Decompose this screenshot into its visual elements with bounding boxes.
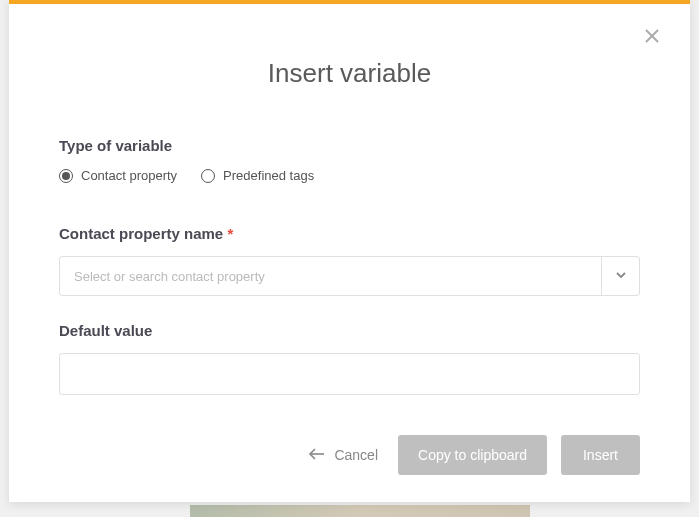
modal-content: Type of variable Contact property Predef… bbox=[9, 137, 690, 395]
insert-variable-modal: Insert variable Type of variable Contact… bbox=[9, 0, 690, 502]
copy-to-clipboard-button[interactable]: Copy to clipboard bbox=[398, 435, 547, 475]
default-value-label: Default value bbox=[59, 322, 640, 339]
default-value-input[interactable] bbox=[59, 353, 640, 395]
arrow-left-icon bbox=[308, 447, 326, 463]
variable-type-radio-group: Contact property Predefined tags bbox=[59, 168, 640, 183]
cancel-label: Cancel bbox=[334, 447, 378, 463]
modal-accent-bar bbox=[9, 0, 690, 4]
required-mark: * bbox=[227, 225, 233, 242]
radio-predefined-tags[interactable]: Predefined tags bbox=[201, 168, 314, 183]
chevron-down-icon bbox=[615, 267, 627, 285]
radio-icon bbox=[201, 169, 215, 183]
type-of-variable-label: Type of variable bbox=[59, 137, 640, 154]
contact-property-select[interactable]: Select or search contact property bbox=[59, 256, 640, 296]
insert-button[interactable]: Insert bbox=[561, 435, 640, 475]
select-caret-button[interactable] bbox=[601, 257, 639, 295]
contact-property-name-label: Contact property name * bbox=[59, 225, 640, 242]
modal-footer: Cancel Copy to clipboard Insert bbox=[9, 435, 690, 475]
radio-contact-property[interactable]: Contact property bbox=[59, 168, 177, 183]
radio-label: Predefined tags bbox=[223, 168, 314, 183]
close-button[interactable] bbox=[642, 28, 662, 48]
close-icon bbox=[644, 28, 660, 48]
radio-icon bbox=[59, 169, 73, 183]
select-placeholder: Select or search contact property bbox=[60, 257, 601, 295]
modal-title: Insert variable bbox=[9, 58, 690, 89]
cancel-button[interactable]: Cancel bbox=[308, 447, 378, 463]
radio-label: Contact property bbox=[81, 168, 177, 183]
background-decoration bbox=[190, 505, 530, 517]
